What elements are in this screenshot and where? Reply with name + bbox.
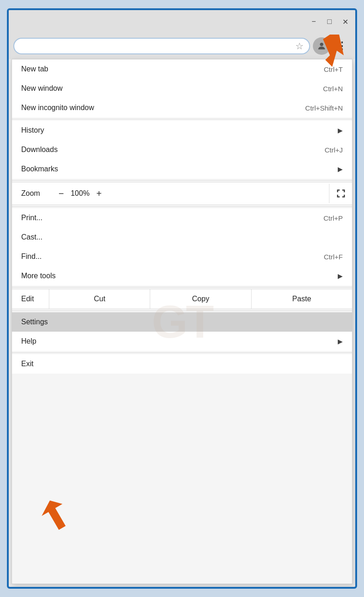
zoom-out-button[interactable]: − bbox=[54, 186, 69, 201]
browser-window: − □ ✕ ☆ ⋮ GT bbox=[7, 8, 357, 589]
title-bar: − □ ✕ bbox=[9, 10, 355, 33]
minimize-button[interactable]: − bbox=[307, 15, 320, 28]
copy-button[interactable]: Copy bbox=[150, 289, 251, 309]
zoom-controls: − 100% + bbox=[49, 182, 329, 205]
svg-marker-3 bbox=[37, 496, 72, 532]
menu-item-exit[interactable]: Exit bbox=[12, 354, 352, 374]
profile-button[interactable] bbox=[313, 37, 330, 55]
chrome-menu-button[interactable]: ⋮ bbox=[333, 37, 351, 55]
menu-item-new-incognito[interactable]: New incognito window Ctrl+Shift+N bbox=[12, 98, 352, 117]
help-arrow-svg bbox=[26, 495, 72, 532]
maximize-button[interactable]: □ bbox=[323, 15, 336, 28]
fullscreen-button[interactable] bbox=[329, 184, 352, 203]
zoom-in-button[interactable]: + bbox=[92, 186, 106, 201]
menu-item-find[interactable]: Find... Ctrl+F bbox=[12, 247, 352, 266]
close-button[interactable]: ✕ bbox=[339, 15, 352, 28]
divider-6 bbox=[12, 352, 352, 353]
arrow-annotation-help bbox=[26, 495, 72, 532]
bookmark-star-icon[interactable]: ☆ bbox=[295, 41, 304, 52]
zoom-value: 100% bbox=[69, 189, 92, 198]
menu-item-help[interactable]: Help ▶ bbox=[12, 332, 352, 351]
address-bar[interactable]: ☆ bbox=[13, 38, 310, 54]
zoom-label: Zoom bbox=[12, 184, 49, 203]
divider-3 bbox=[12, 206, 352, 207]
menu-item-history[interactable]: History ▶ bbox=[12, 121, 352, 140]
menu-item-settings[interactable]: Settings bbox=[12, 312, 352, 332]
chrome-menu: GT New tab Ctrl+T New window Ctrl+N New … bbox=[12, 59, 352, 584]
divider-4 bbox=[12, 287, 352, 287]
fullscreen-icon bbox=[336, 188, 346, 199]
cut-button[interactable]: Cut bbox=[49, 289, 150, 309]
menu-item-new-window[interactable]: New window Ctrl+N bbox=[12, 79, 352, 98]
menu-item-more-tools[interactable]: More tools ▶ bbox=[12, 266, 352, 286]
menu-item-cast[interactable]: Cast... bbox=[12, 228, 352, 247]
paste-button[interactable]: Paste bbox=[251, 289, 352, 309]
svg-point-0 bbox=[320, 43, 323, 46]
edit-label: Edit bbox=[12, 289, 49, 309]
zoom-row: Zoom − 100% + bbox=[12, 182, 352, 205]
menu-item-new-tab[interactable]: New tab Ctrl+T bbox=[12, 59, 352, 79]
menu-item-bookmarks[interactable]: Bookmarks ▶ bbox=[12, 159, 352, 179]
edit-row: Edit Cut Copy Paste bbox=[12, 289, 352, 309]
address-bar-row: ☆ ⋮ bbox=[9, 33, 355, 59]
divider-2 bbox=[12, 180, 352, 181]
divider-1 bbox=[12, 119, 352, 119]
person-icon bbox=[317, 41, 327, 51]
menu-item-print[interactable]: Print... Ctrl+P bbox=[12, 208, 352, 228]
divider-5 bbox=[12, 310, 352, 311]
menu-item-downloads[interactable]: Downloads Ctrl+J bbox=[12, 140, 352, 159]
